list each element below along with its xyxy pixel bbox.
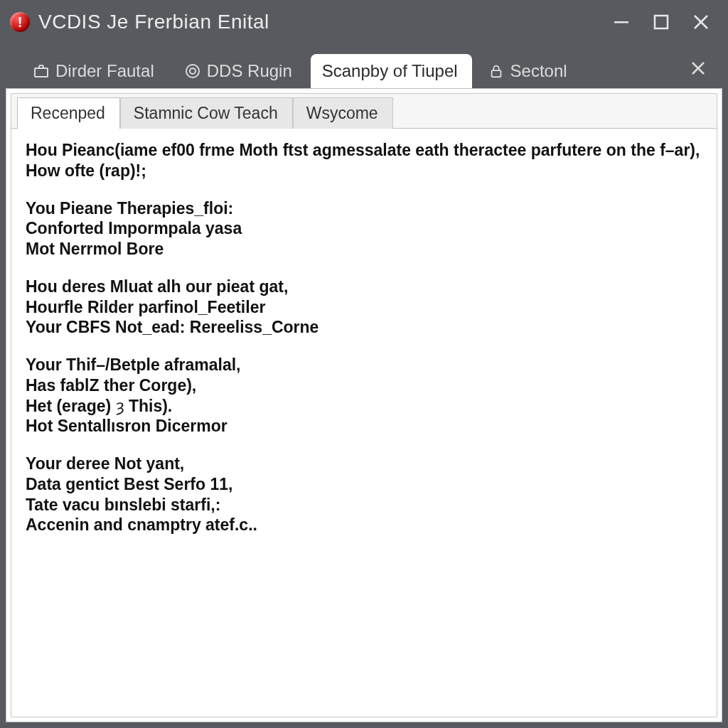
- titlebar: ! VCDIS Je Frerbian Enital: [0, 0, 728, 44]
- minimize-button[interactable]: [601, 5, 641, 39]
- inner-tab-label: Recenped: [31, 104, 105, 122]
- outer-tab-dds-rugin[interactable]: DDS Rugin: [173, 54, 306, 88]
- inner-tab-label: Wsycome: [306, 104, 378, 122]
- inner-tab-stamnic-cow-teach[interactable]: Stamnic Cow Teach: [120, 97, 293, 129]
- close-icon: [692, 13, 710, 31]
- inner-tab-recenped[interactable]: Recenped: [17, 97, 120, 129]
- outer-tab-label: Scanpby of Tiupel: [322, 61, 458, 81]
- outer-tab-label: Sectonl: [510, 61, 567, 81]
- svg-rect-7: [491, 70, 500, 77]
- svg-rect-4: [35, 68, 48, 77]
- content-block: Hou deres Mluat alh our pieat gat, Hourf…: [26, 277, 702, 338]
- body-pane: Hou Pieanc(iame ef00 frme Moth ftst agme…: [11, 129, 717, 717]
- lock-icon: [488, 63, 505, 80]
- outer-tab-dirder-fautal[interactable]: Dirder Fautal: [21, 54, 168, 88]
- svg-point-5: [186, 65, 199, 77]
- inner-wrap: Recenped Stamnic Cow Teach Wsycome Hou P…: [11, 93, 717, 717]
- briefcase-icon: [33, 63, 50, 80]
- app-window: ! VCDIS Je Frerbian Enital: [0, 0, 728, 728]
- outer-tab-label: Dirder Fautal: [55, 61, 154, 81]
- tabstrip-close-button[interactable]: [682, 53, 714, 84]
- minimize-icon: [612, 13, 631, 31]
- svg-rect-0: [614, 21, 628, 23]
- outer-tab-scanpby-of-tiupel[interactable]: Scanpby of Tiupel: [311, 54, 472, 88]
- close-button[interactable]: [681, 5, 721, 39]
- alert-icon: !: [10, 12, 30, 32]
- outer-tab-label: DDS Rugin: [207, 61, 292, 81]
- outer-tabstrip: Dirder Fautal DDS Rugin Scanpby of Tiupe…: [0, 44, 728, 88]
- inner-tabstrip: Recenped Stamnic Cow Teach Wsycome: [11, 94, 717, 129]
- inner-tab-label: Stamnic Cow Teach: [134, 104, 278, 122]
- bang-glyph: !: [18, 15, 23, 29]
- content-frame: Recenped Stamnic Cow Teach Wsycome Hou P…: [6, 88, 722, 722]
- content-block: Hou Pieanc(iame ef00 frme Moth ftst agme…: [26, 140, 702, 181]
- outer-tab-sectonl[interactable]: Sectonl: [476, 54, 582, 88]
- window-title: VCDIS Je Frerbian Enital: [38, 11, 269, 33]
- svg-rect-1: [655, 16, 668, 28]
- svg-point-6: [190, 68, 196, 74]
- content-block: Your Thif–/Betple aframalal, Has fablZ t…: [26, 355, 702, 437]
- content-block: You Pieane Therapies_floi: Conforted Imp…: [26, 198, 702, 259]
- content-block: Your deree Not yant, Data gentict Best S…: [26, 454, 702, 535]
- maximize-icon: [653, 14, 670, 31]
- maximize-button[interactable]: [641, 5, 681, 39]
- target-icon: [184, 63, 201, 80]
- inner-tab-wsycome[interactable]: Wsycome: [293, 97, 393, 129]
- close-icon: [690, 60, 707, 77]
